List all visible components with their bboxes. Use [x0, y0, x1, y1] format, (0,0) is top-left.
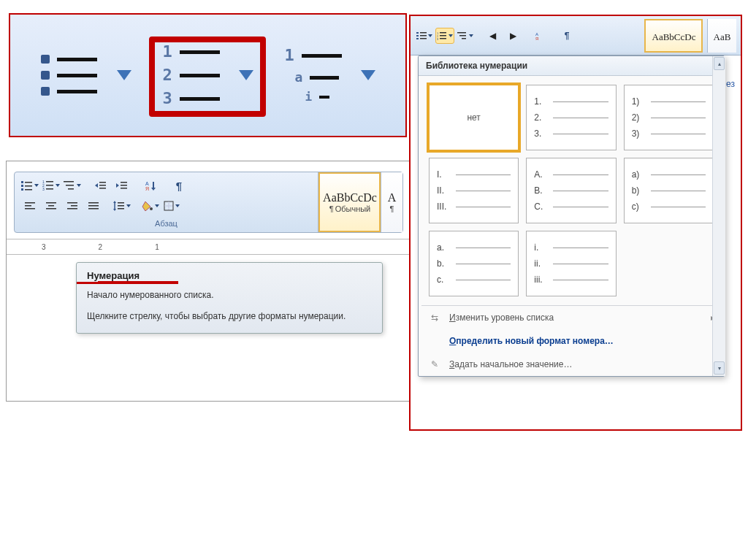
svg-rect-2: [21, 185, 23, 187]
svg-rect-34: [67, 208, 77, 210]
svg-rect-54: [420, 38, 427, 39]
svg-rect-36: [88, 205, 99, 207]
scrollbar[interactable]: ▴ ▾: [712, 56, 725, 376]
svg-rect-61: [457, 32, 466, 34]
numbering-swatch-5[interactable]: a) b) c): [624, 158, 714, 223]
svg-marker-15: [95, 183, 98, 188]
svg-marker-40: [113, 209, 116, 211]
truncated-style-name: ез: [726, 79, 735, 89]
shading-button[interactable]: [141, 197, 160, 215]
svg-rect-14: [68, 188, 74, 190]
svg-rect-26: [25, 202, 35, 204]
numbering-library-panel: 123 ◀ ▶ AЯ ¶ AaBbCcDc AaB ез Библиотека …: [409, 15, 742, 431]
svg-rect-32: [67, 202, 77, 204]
svg-rect-42: [118, 205, 124, 207]
svg-rect-12: [64, 181, 74, 183]
borders-button[interactable]: [162, 197, 181, 215]
multilevel-button[interactable]: [63, 177, 82, 194]
increase-indent-button[interactable]: [112, 177, 131, 194]
style-next[interactable]: A ¶: [381, 172, 402, 232]
dropdown-arrow-icon[interactable]: [117, 70, 131, 80]
numbering-swatch-1[interactable]: 1. 2. 3.: [526, 85, 616, 150]
paragraph-ribbon-group: 123 AЯ ¶ Абзац: [14, 172, 403, 233]
numbering-button[interactable]: 123: [435, 28, 454, 44]
svg-rect-27: [25, 205, 31, 207]
align-center-button[interactable]: [42, 197, 61, 215]
align-right-button[interactable]: [63, 197, 82, 215]
svg-rect-20: [121, 182, 127, 183]
selection-highlight: [149, 37, 266, 117]
numbering-tooltip: Нумерация Начало нумерованного списка. Щ…: [76, 262, 383, 334]
multilevel-button[interactable]: 1 a i: [285, 50, 375, 101]
svg-rect-35: [88, 202, 99, 204]
svg-rect-62: [459, 35, 466, 37]
svg-rect-7: [46, 181, 53, 183]
decrease-indent-button[interactable]: ◀: [483, 28, 502, 44]
scroll-up-icon[interactable]: ▴: [714, 57, 725, 70]
swatch-grid: нет 1. 2. 3. 1) 2) 3) I. II. III. A.: [419, 76, 724, 305]
svg-rect-13: [66, 185, 74, 186]
zoomed-list-buttons-panel: 1 2 3 1 a i: [9, 13, 407, 137]
style-normal[interactable]: AaBbCcDc: [644, 19, 703, 53]
svg-text:Я: Я: [535, 37, 538, 40]
svg-rect-31: [46, 208, 56, 210]
tooltip-body: Начало нумерованного списка. Щелкните ст…: [87, 288, 372, 323]
group-caption: Абзац: [20, 218, 312, 231]
svg-marker-44: [142, 202, 150, 211]
numbering-swatch-none[interactable]: нет: [429, 85, 519, 150]
svg-rect-58: [440, 35, 446, 37]
sort-button[interactable]: AЯ: [141, 177, 160, 194]
multilevel-button[interactable]: [456, 28, 475, 44]
svg-rect-22: [121, 188, 127, 189]
svg-rect-39: [114, 202, 115, 210]
sort-button[interactable]: AЯ: [530, 28, 549, 44]
svg-rect-63: [462, 38, 466, 39]
numbering-button[interactable]: 123: [42, 177, 61, 194]
dropdown-arrow-icon[interactable]: [361, 70, 375, 80]
dropdown-header: Библиотека нумерации: [419, 56, 724, 76]
svg-rect-5: [25, 189, 32, 191]
ribbon-tooltip-panel: 123 AЯ ¶ Абзац: [6, 161, 411, 402]
svg-rect-4: [21, 188, 23, 191]
numbering-swatch-3[interactable]: I. II. III.: [429, 158, 519, 223]
bullets-button[interactable]: [20, 177, 39, 194]
bullets-icon: [41, 50, 107, 101]
numbering-swatch-6[interactable]: a. b. c.: [429, 231, 519, 296]
decrease-indent-button[interactable]: [91, 177, 110, 194]
svg-rect-9: [46, 185, 53, 186]
multilevel-icon: 1 a i: [285, 50, 351, 101]
ruler[interactable]: 3 2 1: [7, 239, 411, 255]
bullets-button[interactable]: [415, 28, 434, 44]
svg-rect-16: [99, 182, 106, 183]
svg-rect-41: [118, 202, 124, 204]
align-justify-button[interactable]: [84, 197, 103, 215]
ribbon-row: 123 ◀ ▶ AЯ ¶ AaBbCcDc AaB: [411, 16, 741, 55]
svg-rect-11: [46, 188, 53, 190]
svg-rect-28: [25, 208, 35, 210]
svg-rect-17: [99, 185, 106, 186]
style-normal[interactable]: AaBbCcDc ¶Обычный: [318, 172, 381, 232]
svg-rect-21: [121, 185, 127, 186]
scroll-down-icon[interactable]: ▾: [714, 361, 725, 375]
numbering-swatch-7[interactable]: i. ii. iii.: [526, 231, 616, 296]
change-list-level-option: ⇆ Изменить уровень списка ▸: [419, 306, 724, 329]
show-pilcrow-button[interactable]: ¶: [557, 28, 576, 44]
style-next[interactable]: AaB: [707, 19, 736, 53]
svg-rect-37: [88, 208, 99, 210]
svg-marker-25: [151, 182, 156, 191]
line-spacing-button[interactable]: [112, 197, 131, 215]
numbering-swatch-4[interactable]: A. B. C.: [526, 158, 616, 223]
svg-text:Я: Я: [145, 186, 149, 191]
bullets-button[interactable]: [41, 50, 131, 101]
increase-indent-button[interactable]: ▶: [503, 28, 522, 44]
svg-rect-0: [21, 181, 23, 183]
numbering-swatch-2[interactable]: 1) 2) 3): [624, 85, 714, 150]
align-left-button[interactable]: [20, 197, 39, 215]
svg-text:3: 3: [437, 37, 439, 40]
svg-rect-3: [25, 185, 32, 187]
svg-rect-49: [416, 32, 419, 34]
show-pilcrow-button[interactable]: ¶: [169, 177, 188, 194]
svg-marker-19: [116, 183, 119, 188]
define-new-format-option[interactable]: Определить новый формат номера…: [419, 329, 724, 353]
svg-text:A: A: [145, 181, 149, 186]
